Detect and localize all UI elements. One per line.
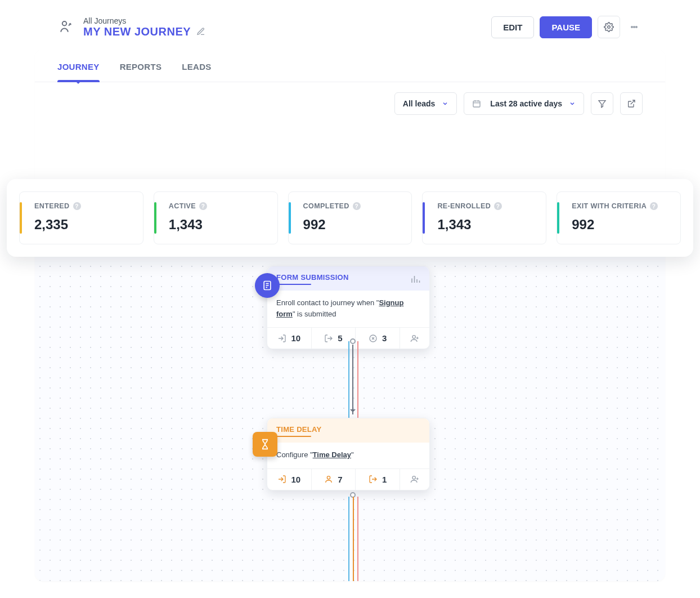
exit-icon <box>369 475 378 484</box>
tab-reports[interactable]: REPORTS <box>120 62 162 82</box>
leads-filter-label: All leads <box>403 99 436 108</box>
stats-panel: ENTERED? 2,335 ACTIVE? 1,343 COMPLETED? … <box>7 179 693 257</box>
header-actions: EDIT PAUSE <box>491 16 643 38</box>
stat-label: COMPLETED <box>303 202 349 210</box>
leads-filter-dropdown[interactable]: All leads <box>394 92 457 115</box>
node-contacts-button[interactable] <box>400 469 429 490</box>
node-stat-entered[interactable]: 10 <box>267 328 312 349</box>
toolbar: All leads Last 28 active days <box>35 82 665 125</box>
settings-button[interactable] <box>598 16 620 38</box>
daterange-dropdown[interactable]: Last 28 active days <box>464 92 584 115</box>
node-link[interactable]: Time Delay <box>313 450 351 459</box>
user-icon <box>410 475 419 484</box>
node-stat-errors[interactable]: 3 <box>356 328 400 349</box>
svg-rect-2 <box>473 101 480 107</box>
node-time-delay[interactable]: TIME DELAY Configure "Time Delay" 10 7 <box>267 418 430 490</box>
journey-logo-icon <box>57 19 74 35</box>
svg-marker-3 <box>599 101 605 108</box>
tab-journey[interactable]: JOURNEY <box>57 62 100 82</box>
content-card: JOURNEY REPORTS LEADS All leads Last 28 … <box>35 50 665 581</box>
funnel-icon <box>598 99 607 108</box>
help-icon[interactable]: ? <box>353 202 361 210</box>
node-description: Configure "Time Delay" <box>267 443 429 468</box>
enter-icon <box>277 475 286 484</box>
stat-label: ACTIVE <box>169 202 196 210</box>
page-title: MY NEW JOURNEY <box>83 25 191 38</box>
svg-point-6 <box>412 335 415 338</box>
exit-icon <box>324 334 333 343</box>
node-stats-icon[interactable] <box>410 274 420 284</box>
header-left: All Journeys MY NEW JOURNEY <box>57 16 205 38</box>
stat-card-exit-criteria[interactable]: EXIT WITH CRITERIA? 992 <box>557 191 681 244</box>
svg-point-7 <box>327 476 330 479</box>
node-stat-exited[interactable]: 1 <box>356 469 400 490</box>
waiting-icon <box>324 475 333 484</box>
node-contacts-button[interactable] <box>400 328 429 349</box>
help-icon[interactable]: ? <box>73 202 81 210</box>
external-link-icon <box>627 99 636 108</box>
node-description: Enroll contact to journey when "Signup f… <box>267 291 429 327</box>
node-stat-entered[interactable]: 10 <box>267 469 312 490</box>
error-icon <box>369 334 378 343</box>
more-menu-button[interactable] <box>626 16 643 38</box>
edit-title-icon[interactable] <box>196 27 205 36</box>
svg-point-0 <box>62 21 67 26</box>
stat-label: RE-ENROLLED <box>437 202 491 210</box>
stat-card-completed[interactable]: COMPLETED? 992 <box>288 191 412 244</box>
node-title: FORM SUBMISSION <box>276 273 349 285</box>
filter-button[interactable] <box>591 92 613 115</box>
node-badge-delay <box>253 432 277 457</box>
stat-value: 992 <box>299 217 402 233</box>
tabs: JOURNEY REPORTS LEADS <box>35 50 665 82</box>
hourglass-icon <box>259 439 271 450</box>
stat-card-reenrolled[interactable]: RE-ENROLLED? 1,343 <box>422 191 546 244</box>
header: All Journeys MY NEW JOURNEY EDIT PAUSE <box>35 6 665 44</box>
breadcrumb[interactable]: All Journeys <box>83 16 205 25</box>
enter-icon <box>277 334 286 343</box>
stat-card-active[interactable]: ACTIVE? 1,343 <box>154 191 278 244</box>
stat-value: 1,343 <box>433 217 536 233</box>
node-footer: 10 7 1 <box>267 468 429 490</box>
help-icon[interactable]: ? <box>494 202 502 210</box>
form-icon <box>262 280 273 291</box>
connector <box>348 497 358 581</box>
node-stat-waiting[interactable]: 7 <box>312 469 356 490</box>
stat-label: ENTERED <box>34 202 70 210</box>
journey-canvas[interactable]: FORM SUBMISSION Enroll contact to journe… <box>35 221 665 581</box>
help-icon[interactable]: ? <box>199 202 207 210</box>
stat-label: EXIT WITH CRITERIA <box>572 202 647 210</box>
stat-value: 992 <box>567 217 670 233</box>
svg-point-1 <box>608 26 611 29</box>
chevron-down-icon <box>442 100 448 107</box>
open-external-button[interactable] <box>620 92 643 115</box>
svg-point-8 <box>412 476 415 479</box>
node-title: TIME DELAY <box>276 425 322 437</box>
node-form-submission[interactable]: FORM SUBMISSION Enroll contact to journe… <box>267 266 430 349</box>
tab-leads[interactable]: LEADS <box>182 62 211 82</box>
gear-icon <box>604 22 614 32</box>
daterange-label: Last 28 active days <box>490 99 562 108</box>
stat-value: 1,343 <box>164 217 267 233</box>
help-icon[interactable]: ? <box>650 202 658 210</box>
pause-button[interactable]: PAUSE <box>540 16 592 38</box>
edit-button[interactable]: EDIT <box>491 16 534 38</box>
user-icon <box>410 334 419 343</box>
stat-value: 2,335 <box>30 217 133 233</box>
connector <box>348 341 358 418</box>
chevron-down-icon <box>569 100 576 107</box>
calendar-icon <box>472 99 481 108</box>
stat-card-entered[interactable]: ENTERED? 2,335 <box>19 191 143 244</box>
